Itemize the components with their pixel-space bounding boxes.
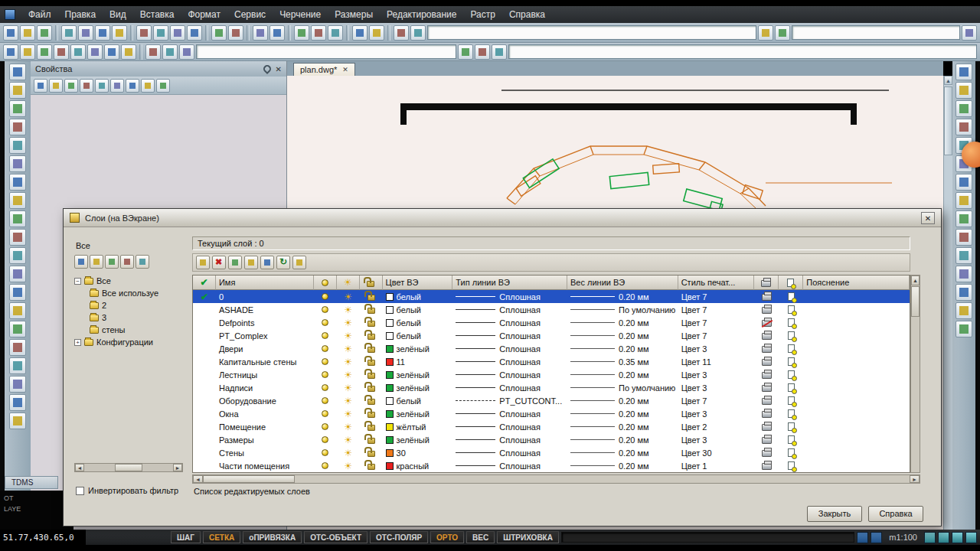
table-row[interactable]: ✔ Стены ☀ 30 Сплошная 0.20 мм Цвет 30 — [193, 446, 910, 459]
vp-color-icon[interactable] — [788, 396, 795, 405]
color-swatch[interactable] — [386, 397, 394, 405]
select-cursor-icon[interactable] — [3, 44, 18, 60]
freeze-icon[interactable]: ☀ — [344, 305, 352, 315]
expand-icon[interactable]: + — [74, 339, 81, 346]
layers-a-icon[interactable] — [244, 256, 258, 269]
freeze-icon[interactable]: ☀ — [344, 331, 352, 341]
table-row[interactable]: ✔ Части помещения ☀ красный Сплошная 0.2… — [193, 459, 910, 472]
tree-item-configs[interactable]: + Конфигурации — [74, 336, 183, 348]
expand-all-icon[interactable] — [110, 79, 124, 93]
refresh-icon[interactable] — [276, 256, 290, 269]
new-file-icon[interactable] — [3, 25, 18, 41]
spray-icon[interactable] — [253, 25, 268, 41]
status-toggle-2[interactable]: оПРИВЯЗКА — [243, 531, 302, 543]
plot-icon[interactable] — [762, 437, 772, 444]
table-row[interactable]: ✔ ASHADE ☀ белый Сплошная По умолчанию Ц… — [193, 303, 910, 316]
mirror-icon[interactable] — [956, 100, 972, 117]
canvas-vscrollbar[interactable]: ▲ — [943, 76, 952, 530]
offset-icon[interactable] — [956, 119, 972, 135]
collapse-icon[interactable]: − — [74, 278, 81, 285]
layer-on-icon[interactable] — [322, 293, 328, 300]
menu-item-3[interactable]: Вставка — [133, 7, 181, 22]
table-row[interactable]: ✔ Помещение ☀ жёлтый Сплошная 0.20 мм Цв… — [193, 420, 910, 433]
vp-color-icon[interactable] — [788, 357, 795, 366]
layer-on-icon[interactable] — [322, 436, 328, 443]
scroll-left-icon[interactable]: ◄ — [75, 464, 84, 471]
close-button[interactable]: Закрыть — [807, 506, 862, 522]
color-swatch[interactable] — [386, 358, 394, 366]
layer-states-icon[interactable] — [162, 44, 178, 60]
pin-icon[interactable] — [262, 64, 273, 74]
layer-on-icon[interactable] — [322, 319, 328, 326]
collapse-all-icon[interactable] — [126, 79, 139, 93]
layer-on-icon[interactable] — [322, 449, 328, 456]
layer-filters-icon[interactable] — [292, 256, 306, 269]
status-toggle-5[interactable]: ОРТО — [430, 531, 464, 543]
chamfer-icon[interactable] — [956, 284, 972, 301]
status-toggle-4[interactable]: ОТС-ПОЛЯР — [370, 531, 428, 543]
lock-icon[interactable] — [368, 425, 375, 431]
color-swatch[interactable] — [386, 449, 394, 457]
text-icon[interactable] — [9, 302, 26, 319]
rectangle-icon[interactable] — [9, 155, 26, 172]
dialog-titlebar[interactable]: Слои (на ВЭкране) ✕ — [64, 209, 941, 227]
quick-select-icon[interactable] — [49, 79, 63, 93]
region-icon[interactable] — [9, 266, 26, 282]
layer-on-icon[interactable] — [322, 358, 328, 365]
column-header[interactable]: Тип линии ВЭ — [452, 276, 567, 290]
invert-filter-checkbox[interactable] — [76, 487, 84, 495]
plot-icon[interactable] — [762, 294, 772, 301]
table-row[interactable]: ✔ Капитальные стены ☀ 11 Сплошная 0.35 м… — [193, 355, 910, 368]
layer-manager-icon[interactable] — [145, 44, 161, 60]
rotate-icon[interactable] — [956, 174, 972, 191]
vp-color-icon[interactable] — [788, 305, 795, 314]
layer-on-icon[interactable] — [322, 306, 328, 313]
tab-plan-dwg[interactable]: plan.dwg* ✕ — [293, 63, 355, 76]
status-tablet-icon[interactable] — [871, 532, 882, 543]
layer-on-icon[interactable] — [322, 410, 328, 417]
trim-icon[interactable] — [956, 229, 972, 246]
lock-icon[interactable] — [368, 334, 375, 340]
measure-icon[interactable] — [352, 25, 368, 41]
polar-track-icon[interactable] — [104, 44, 119, 60]
layer-previous-icon[interactable] — [179, 44, 194, 60]
print-icon[interactable] — [61, 25, 77, 41]
menu-item-2[interactable]: Вид — [103, 7, 133, 22]
scale-icon[interactable] — [956, 192, 972, 209]
table-row[interactable]: ✔ Двери ☀ зелёный Сплошная 0.20 мм Цвет … — [193, 342, 910, 355]
vp-color-icon[interactable] — [788, 292, 795, 301]
toolbar-field-3[interactable] — [196, 44, 456, 59]
lock-icon[interactable] — [368, 373, 375, 379]
vp-color-icon[interactable] — [788, 370, 795, 379]
status-lock-icon[interactable] — [965, 532, 977, 543]
table-row[interactable]: ✔ Окна ☀ зелёный Сплошная 0.20 мм Цвет 3 — [193, 407, 910, 420]
table-row[interactable]: ✔ Defpoints ☀ белый Сплошная 0.20 мм Цве… — [193, 316, 910, 329]
paste-icon[interactable] — [170, 25, 185, 41]
column-header[interactable] — [754, 276, 779, 290]
print-preview-icon[interactable] — [78, 25, 93, 41]
layer-on-icon[interactable] — [322, 423, 328, 430]
copy-icon[interactable] — [153, 25, 168, 41]
menu-item-10[interactable]: Справка — [502, 7, 552, 22]
zoom-extents-icon[interactable] — [328, 25, 343, 41]
vp-color-icon[interactable] — [788, 435, 795, 444]
layer-on-icon[interactable] — [322, 462, 328, 469]
table-row[interactable]: ✔ Надписи ☀ зелёный Сплошная По умолчани… — [193, 381, 910, 394]
plot-icon[interactable] — [762, 372, 772, 379]
table-hscrollbar[interactable]: ◄ ► — [192, 474, 920, 484]
select-filter-icon[interactable] — [120, 255, 134, 269]
revision-cloud-icon[interactable] — [9, 412, 26, 429]
select-objects-icon[interactable] — [34, 79, 47, 93]
help-button[interactable]: Справка — [868, 506, 923, 522]
freeze-icon[interactable]: ☀ — [344, 357, 352, 367]
color-swatch[interactable] — [386, 410, 394, 418]
plot-icon[interactable] — [762, 359, 772, 366]
menu-item-5[interactable]: Сервис — [227, 7, 273, 22]
tab-close-icon[interactable]: ✕ — [342, 66, 348, 73]
tree-item-root[interactable]: − Все — [74, 275, 183, 287]
scroll-thumb[interactable] — [944, 86, 952, 155]
menu-item-7[interactable]: Размеры — [328, 7, 380, 22]
plot-icon[interactable] — [762, 398, 772, 405]
lock-icon[interactable] — [368, 308, 375, 314]
layer-lock-icon[interactable] — [492, 44, 507, 60]
